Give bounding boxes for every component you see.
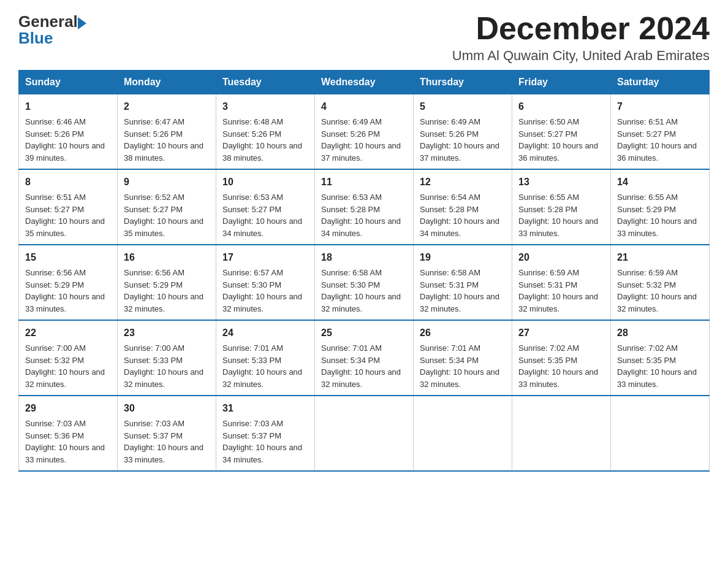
sunrise-text: Sunrise: 6:56 AM <box>25 268 86 277</box>
day-number: 27 <box>518 326 604 340</box>
title-block: December 2024 Umm Al Quwain City, United… <box>452 12 710 64</box>
calendar-cell: 24Sunrise: 7:01 AMSunset: 5:33 PMDayligh… <box>216 320 315 396</box>
calendar-cell <box>512 396 611 471</box>
sunrise-text: Sunrise: 7:03 AM <box>124 419 184 428</box>
header-cell-monday: Monday <box>118 71 216 94</box>
calendar-cell: 2Sunrise: 6:47 AMSunset: 5:26 PMDaylight… <box>118 94 216 170</box>
calendar-cell: 25Sunrise: 7:01 AMSunset: 5:34 PMDayligh… <box>315 320 414 396</box>
logo-arrow-icon <box>78 17 86 29</box>
header-cell-saturday: Saturday <box>611 71 710 94</box>
sunset-text: Sunset: 5:37 PM <box>124 431 183 440</box>
sunset-text: Sunset: 5:31 PM <box>420 280 479 289</box>
calendar-cell: 29Sunrise: 7:03 AMSunset: 5:36 PMDayligh… <box>19 396 118 471</box>
day-number: 7 <box>617 99 703 114</box>
sunrise-text: Sunrise: 6:55 AM <box>518 193 579 202</box>
sunrise-text: Sunrise: 7:03 AM <box>222 419 283 428</box>
day-number: 6 <box>518 99 604 114</box>
calendar-cell: 15Sunrise: 6:56 AMSunset: 5:29 PMDayligh… <box>19 245 118 320</box>
sunset-text: Sunset: 5:26 PM <box>222 129 281 139</box>
daylight-text: Daylight: 10 hours and 35 minutes. <box>25 216 105 238</box>
sunset-text: Sunset: 5:27 PM <box>617 129 676 139</box>
daylight-text: Daylight: 10 hours and 38 minutes. <box>222 141 302 163</box>
month-year-title: December 2024 <box>452 12 710 44</box>
sunset-text: Sunset: 5:29 PM <box>124 280 183 289</box>
day-number: 4 <box>321 99 407 114</box>
day-number: 13 <box>518 175 604 190</box>
daylight-text: Daylight: 10 hours and 32 minutes. <box>420 367 499 389</box>
calendar-cell: 8Sunrise: 6:51 AMSunset: 5:27 PMDaylight… <box>19 169 118 245</box>
daylight-text: Daylight: 10 hours and 36 minutes. <box>617 141 697 163</box>
calendar-header-row: SundayMondayTuesdayWednesdayThursdayFrid… <box>19 71 710 94</box>
sunset-text: Sunset: 5:26 PM <box>25 129 84 139</box>
calendar-cell: 11Sunrise: 6:53 AMSunset: 5:28 PMDayligh… <box>315 169 414 245</box>
sunset-text: Sunset: 5:28 PM <box>321 205 380 214</box>
day-number: 8 <box>25 175 111 190</box>
sunrise-text: Sunrise: 7:02 AM <box>617 343 678 353</box>
sunset-text: Sunset: 5:27 PM <box>518 129 577 139</box>
sunrise-text: Sunrise: 6:53 AM <box>222 193 283 202</box>
calendar-cell: 26Sunrise: 7:01 AMSunset: 5:34 PMDayligh… <box>414 320 512 396</box>
sunrise-text: Sunrise: 6:49 AM <box>321 117 382 126</box>
sunrise-text: Sunrise: 6:52 AM <box>124 193 184 202</box>
calendar-table: SundayMondayTuesdayWednesdayThursdayFrid… <box>18 70 710 472</box>
calendar-week-row: 22Sunrise: 7:00 AMSunset: 5:32 PMDayligh… <box>19 320 710 396</box>
calendar-cell: 1Sunrise: 6:46 AMSunset: 5:26 PMDaylight… <box>19 94 118 170</box>
day-number: 31 <box>222 401 308 416</box>
calendar-cell: 3Sunrise: 6:48 AMSunset: 5:26 PMDaylight… <box>216 94 315 170</box>
day-number: 16 <box>124 250 210 265</box>
daylight-text: Daylight: 10 hours and 37 minutes. <box>321 141 401 163</box>
day-number: 2 <box>124 99 210 114</box>
calendar-cell: 21Sunrise: 6:59 AMSunset: 5:32 PMDayligh… <box>611 245 710 320</box>
daylight-text: Daylight: 10 hours and 32 minutes. <box>124 292 203 313</box>
calendar-cell: 17Sunrise: 6:57 AMSunset: 5:30 PMDayligh… <box>216 245 315 320</box>
sunset-text: Sunset: 5:31 PM <box>518 280 577 289</box>
calendar-cell: 12Sunrise: 6:54 AMSunset: 5:28 PMDayligh… <box>414 169 512 245</box>
sunrise-text: Sunrise: 6:50 AM <box>518 117 579 126</box>
calendar-cell: 7Sunrise: 6:51 AMSunset: 5:27 PMDaylight… <box>611 94 710 170</box>
day-number: 21 <box>617 250 703 265</box>
sunset-text: Sunset: 5:32 PM <box>25 356 84 365</box>
daylight-text: Daylight: 10 hours and 38 minutes. <box>124 141 203 163</box>
sunset-text: Sunset: 5:27 PM <box>222 205 281 214</box>
day-number: 11 <box>321 175 407 190</box>
sunset-text: Sunset: 5:33 PM <box>124 356 183 365</box>
calendar-cell: 14Sunrise: 6:55 AMSunset: 5:29 PMDayligh… <box>611 169 710 245</box>
daylight-text: Daylight: 10 hours and 32 minutes. <box>222 292 302 313</box>
calendar-cell: 9Sunrise: 6:52 AMSunset: 5:27 PMDaylight… <box>118 169 216 245</box>
sunset-text: Sunset: 5:27 PM <box>124 205 183 214</box>
header-cell-tuesday: Tuesday <box>216 71 315 94</box>
day-number: 17 <box>222 250 308 265</box>
sunrise-text: Sunrise: 6:59 AM <box>617 268 678 277</box>
daylight-text: Daylight: 10 hours and 36 minutes. <box>518 141 598 163</box>
daylight-text: Daylight: 10 hours and 32 minutes. <box>321 367 401 389</box>
header-cell-thursday: Thursday <box>414 71 512 94</box>
sunrise-text: Sunrise: 6:54 AM <box>420 193 480 202</box>
day-number: 5 <box>420 99 506 114</box>
day-number: 10 <box>222 175 308 190</box>
daylight-text: Daylight: 10 hours and 32 minutes. <box>222 367 302 389</box>
daylight-text: Daylight: 10 hours and 32 minutes. <box>25 367 105 389</box>
header-cell-sunday: Sunday <box>19 71 118 94</box>
daylight-text: Daylight: 10 hours and 33 minutes. <box>617 216 697 238</box>
calendar-cell: 10Sunrise: 6:53 AMSunset: 5:27 PMDayligh… <box>216 169 315 245</box>
calendar-cell: 20Sunrise: 6:59 AMSunset: 5:31 PMDayligh… <box>512 245 611 320</box>
sunrise-text: Sunrise: 6:58 AM <box>420 268 480 277</box>
day-number: 1 <box>25 99 111 114</box>
day-number: 14 <box>617 175 703 190</box>
daylight-text: Daylight: 10 hours and 33 minutes. <box>124 443 203 464</box>
sunset-text: Sunset: 5:29 PM <box>25 280 84 289</box>
daylight-text: Daylight: 10 hours and 35 minutes. <box>124 216 203 238</box>
day-number: 15 <box>25 250 111 265</box>
day-number: 12 <box>420 175 506 190</box>
calendar-cell: 13Sunrise: 6:55 AMSunset: 5:28 PMDayligh… <box>512 169 611 245</box>
sunrise-text: Sunrise: 6:51 AM <box>617 117 678 126</box>
daylight-text: Daylight: 10 hours and 39 minutes. <box>25 141 105 163</box>
sunset-text: Sunset: 5:37 PM <box>222 431 281 440</box>
day-number: 22 <box>25 326 111 340</box>
sunrise-text: Sunrise: 6:51 AM <box>25 193 86 202</box>
calendar-cell: 23Sunrise: 7:00 AMSunset: 5:33 PMDayligh… <box>118 320 216 396</box>
calendar-cell <box>414 396 512 471</box>
daylight-text: Daylight: 10 hours and 32 minutes. <box>617 292 697 313</box>
sunrise-text: Sunrise: 6:47 AM <box>124 117 184 126</box>
day-number: 23 <box>124 326 210 340</box>
